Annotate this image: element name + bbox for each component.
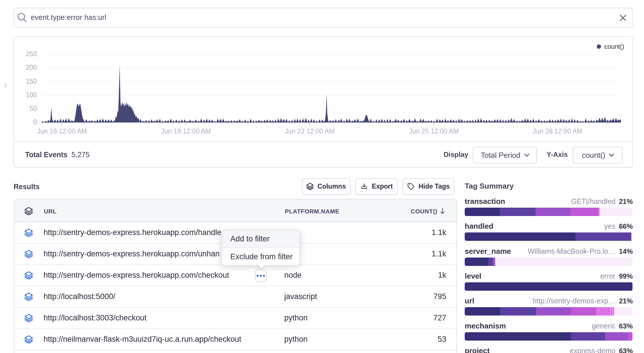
svg-text:Jun 22 12:00 AM: Jun 22 12:00 AM — [285, 127, 335, 135]
svg-text:0: 0 — [33, 118, 37, 126]
svg-text:Jun 25 12:00 AM: Jun 25 12:00 AM — [409, 127, 459, 135]
svg-text:Jun 16 12:00 AM: Jun 16 12:00 AM — [37, 127, 87, 135]
svg-text:200: 200 — [26, 64, 37, 71]
svg-text:250: 250 — [26, 50, 37, 58]
svg-text:Jun 19 12:00 AM: Jun 19 12:00 AM — [161, 127, 211, 135]
svg-text:100: 100 — [26, 91, 37, 99]
svg-text:150: 150 — [26, 78, 37, 85]
svg-text:Jun 28 12:00 AM: Jun 28 12:00 AM — [533, 127, 583, 135]
svg-text:50: 50 — [29, 105, 37, 112]
